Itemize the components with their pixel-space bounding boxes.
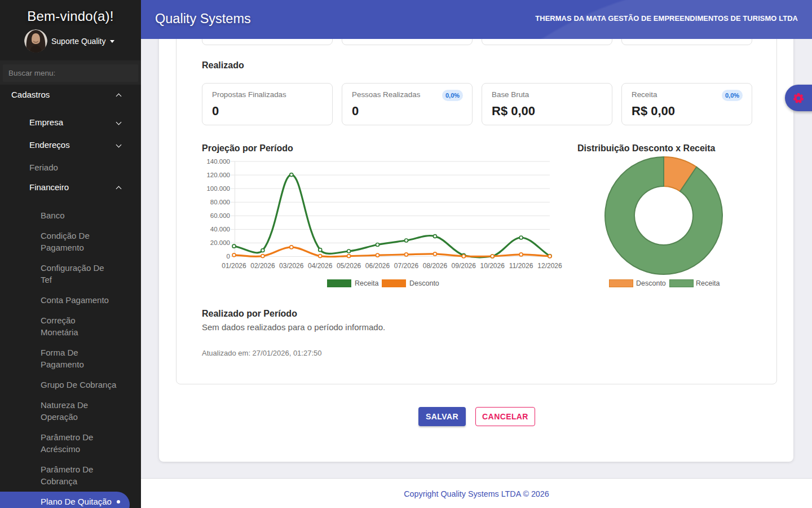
svg-text:06/2026: 06/2026	[365, 262, 390, 270]
svg-text:120.000: 120.000	[206, 172, 230, 178]
svg-text:05/2026: 05/2026	[337, 262, 361, 270]
svg-text:60.000: 60.000	[210, 212, 230, 219]
svg-text:01/2026: 01/2026	[222, 262, 246, 270]
svg-text:10/2026: 10/2026	[480, 262, 505, 270]
svg-text:80.000: 80.000	[210, 199, 230, 205]
svg-text:20.000: 20.000	[210, 239, 230, 246]
svg-text:07/2026: 07/2026	[394, 262, 419, 270]
svg-text:0: 0	[227, 253, 230, 260]
svg-text:08/2026: 08/2026	[423, 262, 448, 270]
svg-text:04/2026: 04/2026	[308, 262, 333, 270]
svg-text:09/2026: 09/2026	[452, 262, 476, 270]
svg-text:11/2026: 11/2026	[509, 262, 533, 270]
svg-text:100.000: 100.000	[206, 185, 230, 192]
svg-text:40.000: 40.000	[210, 226, 230, 233]
svg-text:140.000: 140.000	[206, 158, 230, 165]
svg-text:12/2026: 12/2026	[537, 262, 562, 270]
svg-text:03/2026: 03/2026	[279, 262, 304, 270]
svg-text:02/2026: 02/2026	[250, 262, 275, 270]
